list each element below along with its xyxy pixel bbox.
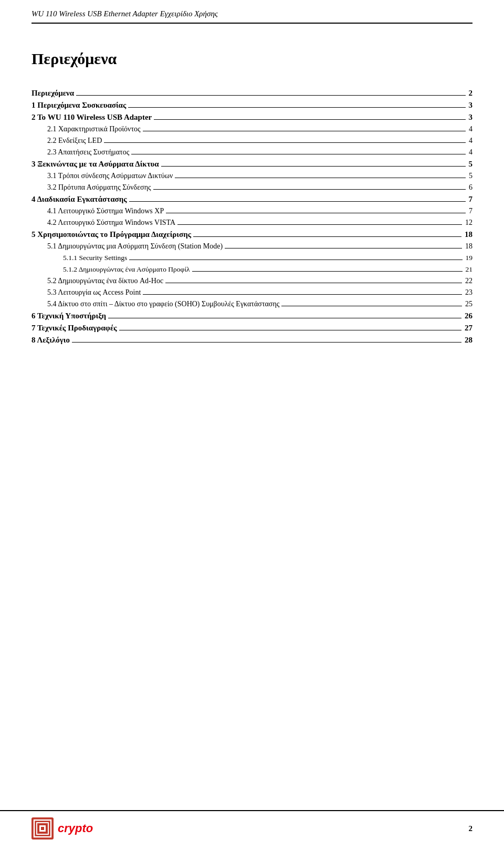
- toc-label-s4-2: 4.2 Λειτουργικό Σύστημα Windows VISTA: [47, 219, 175, 227]
- toc-entry-s3-2: 3.2 Πρότυπα Ασύρματης Σύνδεσης6: [32, 183, 472, 192]
- toc-page-s5-3: 23: [465, 288, 472, 297]
- toc-dots-s1: [128, 107, 465, 108]
- crypto-logo-icon: [32, 817, 54, 839]
- toc-label-s4-1: 4.1 Λειτουργικό Σύστημα Windows XP: [47, 207, 164, 215]
- toc-page-s3-1: 5: [469, 172, 472, 180]
- toc-dots-s4-1: [166, 213, 466, 213]
- toc-page-s4-1: 7: [469, 207, 472, 215]
- footer-page-number: 2: [469, 824, 473, 833]
- toc-entry-s2-3: 2.3 Απαιτήσεις Συστήματος4: [32, 148, 472, 157]
- toc-dots-s5-1-1: [129, 260, 462, 260]
- toc-page-s6: 26: [465, 312, 472, 320]
- toc-dots-s2: [154, 119, 465, 120]
- toc-dots-s5: [193, 236, 461, 237]
- toc-page-s7: 27: [465, 324, 472, 333]
- toc-label-s7: 7 Τεχνικές Προδιαγραφές: [32, 324, 117, 333]
- toc-dots-s2-2: [104, 142, 466, 143]
- toc-entry-s4-2: 4.2 Λειτουργικό Σύστημα Windows VISTA12: [32, 219, 472, 227]
- page: WU 110 Wireless USB Ethernet Adapter Εγχ…: [0, 0, 504, 850]
- toc-entry-s2: 2 Το WU 110 Wireless USB Adapter3: [32, 113, 472, 122]
- toc-label-s3-2: 3.2 Πρότυπα Ασύρματης Σύνδεσης: [47, 183, 151, 192]
- toc-label-s5-3: 5.3 Λειτουργία ως Access Point: [47, 288, 141, 297]
- toc-label-s5-1-2: 5.1.2 Δημιουργώντας ένα Ασύρματο Προφίλ: [63, 265, 190, 274]
- toc-dots-periexomena: [76, 95, 465, 96]
- toc-dots-s3-1: [175, 178, 466, 178]
- toc-dots-s5-4: [281, 306, 462, 306]
- toc-label-s5-4: 5.4 Δίκτυο στο σπίτι – Δίκτυο στο γραφεί…: [47, 300, 279, 308]
- toc-entry-s1: 1 Περιεχόμενα Συσκευασίας3: [32, 101, 472, 110]
- toc-page-s5-4: 25: [465, 300, 472, 308]
- toc-label-s1: 1 Περιεχόμενα Συσκευασίας: [32, 101, 126, 110]
- toc-label-s5-2: 5.2 Δημιουργώντας ένα δίκτυο Ad-Hoc: [47, 277, 163, 285]
- toc-page-periexomena: 2: [469, 89, 473, 98]
- header-title: WU 110 Wireless USB Ethernet Adapter Εγχ…: [32, 9, 218, 18]
- toc-entry-s6: 6 Τεχνική Υποστήριξη26: [32, 312, 472, 320]
- toc-entry-s5: 5 Χρησιμοποιώντας το Πρόγραμμα Διαχείρισ…: [32, 230, 472, 239]
- table-of-contents: Περιεχόμενα21 Περιεχόμενα Συσκευασίας32 …: [32, 89, 472, 345]
- svg-rect-4: [41, 827, 44, 830]
- toc-dots-s5-1: [225, 248, 462, 248]
- toc-label-s3-1: 3.1 Τρόποι σύνδεσης Ασύρματων Δικτύων: [47, 172, 173, 180]
- page-footer: crypto 2: [0, 810, 504, 839]
- footer-logo: crypto: [32, 817, 93, 839]
- page-header: WU 110 Wireless USB Ethernet Adapter Εγχ…: [32, 0, 472, 24]
- toc-entry-s5-1-2: 5.1.2 Δημιουργώντας ένα Ασύρματο Προφίλ2…: [32, 265, 472, 274]
- toc-page-s8: 28: [465, 336, 472, 345]
- page-title: Περιεχόμενα: [32, 50, 472, 68]
- toc-page-s3: 5: [469, 160, 473, 169]
- toc-dots-s7: [119, 330, 461, 330]
- toc-page-s5-1: 18: [465, 242, 472, 251]
- toc-page-s4-2: 12: [465, 219, 472, 227]
- toc-entry-s7: 7 Τεχνικές Προδιαγραφές27: [32, 324, 472, 333]
- toc-page-s2: 3: [469, 113, 473, 122]
- toc-dots-s3: [161, 166, 466, 167]
- toc-label-s2-2: 2.2 Ενδείξεις LED: [47, 137, 102, 145]
- toc-entry-periexomena: Περιεχόμενα2: [32, 89, 472, 98]
- toc-label-s3: 3 Ξεκινώντας με τα Ασύρματα Δίκτυα: [32, 160, 159, 169]
- toc-entry-s5-4: 5.4 Δίκτυο στο σπίτι – Δίκτυο στο γραφεί…: [32, 300, 472, 308]
- toc-dots-s2-3: [131, 154, 466, 154]
- toc-page-s5-1-2: 21: [466, 265, 473, 274]
- footer-logo-text: crypto: [58, 822, 93, 835]
- toc-label-s5-1: 5.1 Δημιουργώντας μια Ασύρματη Σύνδεση (…: [47, 242, 223, 251]
- toc-label-s2-1: 2.1 Χαρακτηριστικά Προϊόντος: [47, 125, 141, 133]
- toc-page-s5: 18: [465, 230, 472, 239]
- toc-dots-s8: [72, 342, 461, 343]
- toc-page-s3-2: 6: [469, 183, 472, 192]
- toc-dots-s5-1-2: [192, 271, 463, 272]
- toc-label-s2-3: 2.3 Απαιτήσεις Συστήματος: [47, 148, 129, 157]
- toc-dots-s4: [129, 201, 466, 202]
- toc-entry-s8: 8 Λεξιλόγιο28: [32, 336, 472, 345]
- toc-page-s4: 7: [469, 195, 473, 204]
- toc-entry-s5-2: 5.2 Δημιουργώντας ένα δίκτυο Ad-Hoc22: [32, 277, 472, 285]
- toc-dots-s4-2: [177, 224, 462, 225]
- toc-entry-s5-1-1: 5.1.1 Security Settings19: [32, 254, 472, 262]
- toc-dots-s3-2: [153, 189, 466, 190]
- toc-page-s2-2: 4: [469, 137, 472, 145]
- toc-entry-s2-1: 2.1 Χαρακτηριστικά Προϊόντος4: [32, 125, 472, 133]
- toc-dots-s6: [108, 318, 461, 318]
- toc-label-s2: 2 Το WU 110 Wireless USB Adapter: [32, 113, 152, 122]
- toc-label-periexomena: Περιεχόμενα: [32, 89, 74, 98]
- toc-entry-s3: 3 Ξεκινώντας με τα Ασύρματα Δίκτυα5: [32, 160, 472, 169]
- toc-page-s5-2: 22: [465, 277, 472, 285]
- toc-entry-s5-1: 5.1 Δημιουργώντας μια Ασύρματη Σύνδεση (…: [32, 242, 472, 251]
- toc-page-s5-1-1: 19: [466, 254, 473, 262]
- toc-entry-s4: 4 Διαδικασία Εγκατάστασης7: [32, 195, 472, 204]
- toc-entry-s4-1: 4.1 Λειτουργικό Σύστημα Windows XP7: [32, 207, 472, 215]
- toc-entry-s5-3: 5.3 Λειτουργία ως Access Point23: [32, 288, 472, 297]
- toc-label-s6: 6 Τεχνική Υποστήριξη: [32, 312, 106, 320]
- toc-label-s5: 5 Χρησιμοποιώντας το Πρόγραμμα Διαχείρισ…: [32, 230, 191, 239]
- toc-entry-s3-1: 3.1 Τρόποι σύνδεσης Ασύρματων Δικτύων5: [32, 172, 472, 180]
- toc-dots-s5-2: [165, 283, 462, 283]
- toc-page-s2-3: 4: [469, 148, 472, 157]
- toc-label-s4: 4 Διαδικασία Εγκατάστασης: [32, 195, 127, 204]
- toc-page-s1: 3: [469, 101, 473, 110]
- toc-dots-s2-1: [143, 131, 466, 131]
- toc-page-s2-1: 4: [469, 125, 472, 133]
- toc-entry-s2-2: 2.2 Ενδείξεις LED4: [32, 137, 472, 145]
- toc-label-s5-1-1: 5.1.1 Security Settings: [63, 254, 127, 262]
- toc-label-s8: 8 Λεξιλόγιο: [32, 336, 70, 345]
- toc-dots-s5-3: [143, 294, 462, 295]
